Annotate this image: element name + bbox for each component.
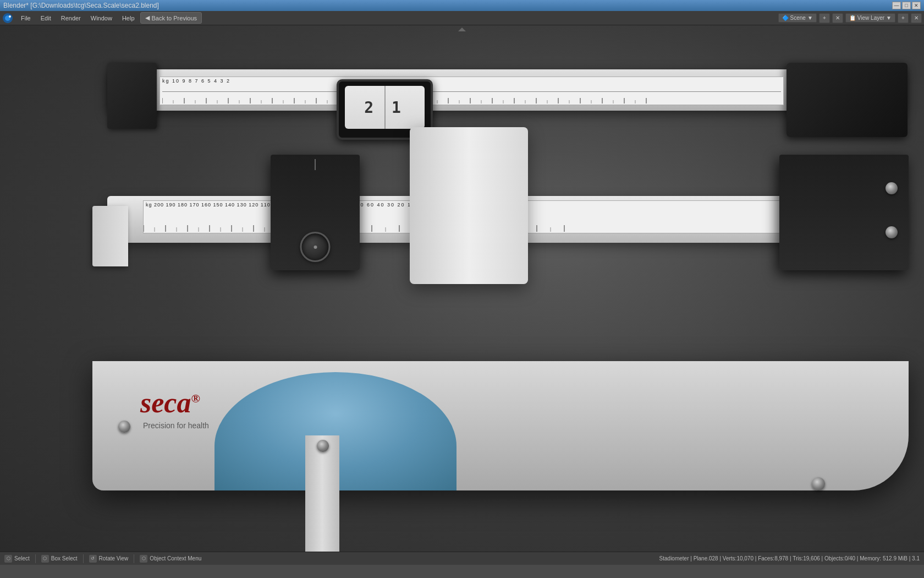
minimize-button[interactable]: — bbox=[892, 2, 901, 9]
render-engine-selector[interactable]: 🔷 Scene ▼ bbox=[778, 13, 817, 23]
right-slider-block bbox=[779, 155, 909, 270]
render-icon: 🔷 bbox=[782, 15, 789, 21]
registered-mark: ® bbox=[191, 391, 200, 405]
mid-support-pillar bbox=[410, 127, 528, 284]
scene-canvas: kg 10 9 8 7 6 5 4 3 2 bbox=[0, 25, 924, 565]
separator-3 bbox=[134, 554, 134, 563]
seca-logo-text: seca® bbox=[140, 387, 200, 418]
title-bar: Blender* [G:\Downloads\tcg\Seca.Scale\se… bbox=[0, 0, 924, 11]
context-menu-label: Object Context Menu bbox=[150, 555, 201, 561]
scene-options-button[interactable]: + bbox=[819, 13, 830, 23]
viewlayer-remove-button[interactable]: ✕ bbox=[911, 13, 922, 23]
left-bracket-upper bbox=[107, 63, 157, 129]
seca-tagline: Precision for health bbox=[143, 421, 209, 430]
viewport-top-edge bbox=[0, 25, 924, 33]
rotate-view-tool[interactable]: ↺ Rotate View bbox=[89, 555, 129, 563]
ruler-upper-labels: kg 10 9 8 7 6 5 4 3 2 bbox=[160, 77, 783, 85]
menu-bar: File Edit Render Window Help ◀ Back to P… bbox=[0, 11, 924, 25]
context-menu-tool[interactable]: ⬡ Object Context Menu bbox=[140, 555, 201, 563]
status-text: Stadiometer | Plane.028 | Verts:10,070 |… bbox=[659, 555, 920, 561]
back-icon: ◀ bbox=[145, 14, 150, 21]
blender-logo bbox=[2, 13, 13, 24]
separator-2 bbox=[83, 554, 84, 563]
screw-body-center bbox=[317, 440, 329, 452]
center-slider-dial bbox=[300, 232, 331, 262]
rotate-view-label: Rotate View bbox=[99, 555, 129, 561]
viewlayer-options-button[interactable]: + bbox=[898, 13, 909, 23]
expand-up-icon[interactable] bbox=[458, 28, 466, 31]
viewlayer-label: View Layer bbox=[857, 15, 884, 21]
box-select-icon: ⬡ bbox=[41, 555, 49, 563]
screw-body-right bbox=[812, 477, 825, 490]
menu-window[interactable]: Window bbox=[86, 13, 117, 23]
vl-plus-icon: + bbox=[901, 15, 905, 21]
center-slider-block bbox=[271, 155, 360, 270]
weight-display-window: 2 1 bbox=[345, 86, 425, 129]
viewlayer-icon: 📋 bbox=[849, 15, 856, 21]
vl-x-icon: ✕ bbox=[914, 15, 919, 21]
screw-body-left bbox=[118, 421, 130, 433]
viewlayer-chevron-icon: ▼ bbox=[886, 15, 892, 21]
right-end-cap bbox=[787, 63, 908, 137]
select-label: Select bbox=[14, 555, 30, 561]
select-tool[interactable]: ⬡ Select bbox=[4, 555, 30, 563]
scale-column bbox=[305, 435, 339, 565]
screw-right-bottom bbox=[886, 226, 898, 238]
window-controls: — □ ✕ bbox=[892, 2, 921, 9]
viewlayer-selector[interactable]: 📋 View Layer ▼ bbox=[845, 13, 895, 23]
title-text: Blender* [G:\Downloads\tcg\Seca.Scale\se… bbox=[3, 2, 159, 9]
viewport[interactable]: kg 10 9 8 7 6 5 4 3 2 bbox=[0, 25, 924, 565]
context-menu-icon: ⬡ bbox=[140, 555, 147, 563]
scene-chevron-icon: ▼ bbox=[807, 15, 813, 21]
menu-render[interactable]: Render bbox=[57, 13, 85, 23]
seca-brand: seca® bbox=[140, 386, 200, 419]
svg-point-2 bbox=[9, 15, 11, 18]
maximize-button[interactable]: □ bbox=[902, 2, 911, 9]
info-bar: ⬡ Select ⬡ Box Select ↺ Rotate View ⬡ Ob… bbox=[0, 552, 924, 565]
menu-file[interactable]: File bbox=[16, 13, 35, 23]
screw-right-top bbox=[886, 182, 898, 194]
scene-label: Scene bbox=[790, 15, 806, 21]
back-to-previous-button[interactable]: ◀ Back to Previous bbox=[140, 12, 202, 24]
box-select-label: Box Select bbox=[51, 555, 78, 561]
plus-icon: + bbox=[823, 15, 826, 21]
select-icon: ⬡ bbox=[4, 555, 12, 563]
scene-remove-button[interactable]: ✕ bbox=[832, 13, 843, 23]
ruler-lower-left: kg 200 190 180 170 160 150 140 130 120 1… bbox=[143, 200, 292, 233]
separator-1 bbox=[35, 554, 36, 563]
menu-edit[interactable]: Edit bbox=[36, 13, 56, 23]
menu-help[interactable]: Help bbox=[118, 13, 139, 23]
ruler-upper: kg 10 9 8 7 6 5 4 3 2 bbox=[160, 77, 784, 105]
menu-bar-right: 🔷 Scene ▼ + ✕ 📋 View Layer ▼ + ✕ bbox=[778, 13, 922, 23]
rotate-icon: ↺ bbox=[89, 555, 97, 563]
ruler-lower-left-labels: kg 200 190 180 170 160 150 140 130 120 1… bbox=[144, 201, 291, 209]
close-button[interactable]: ✕ bbox=[912, 2, 921, 9]
x-icon: ✕ bbox=[835, 15, 840, 21]
box-select-tool[interactable]: ⬡ Box Select bbox=[41, 555, 78, 563]
back-label: Back to Previous bbox=[152, 15, 197, 21]
left-mount-bracket bbox=[92, 206, 128, 266]
